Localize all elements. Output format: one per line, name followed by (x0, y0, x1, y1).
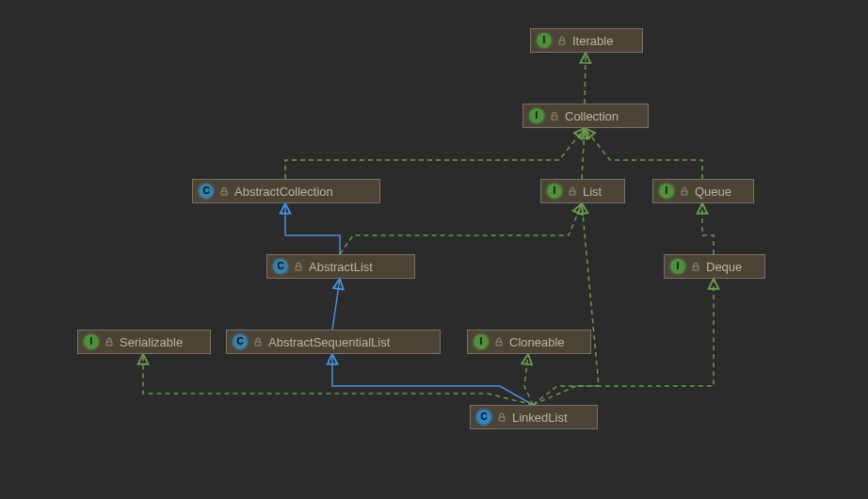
type-name: Iterable (572, 34, 613, 48)
type-name: Collection (565, 109, 619, 123)
edge-list-collection (582, 128, 585, 179)
interface-badge-icon: I (670, 259, 685, 274)
lock-icon (294, 262, 303, 271)
lock-icon (568, 186, 577, 196)
type-node-linkedlist[interactable]: CLinkedList (470, 405, 598, 429)
edge-abstractlist-list (340, 203, 582, 254)
type-name: AbstractSequentialList (268, 335, 390, 349)
edge-queue-collection (585, 128, 702, 179)
type-node-abstractcollection[interactable]: CAbstractCollection (192, 179, 380, 203)
type-name: Cloneable (509, 335, 565, 349)
type-node-queue[interactable]: IQueue (652, 179, 754, 203)
edges-layer (0, 0, 868, 499)
diagram-canvas: { "nodes": { "iterable": {"label":"Itera… (0, 0, 868, 499)
edge-linkedlist-serializable (143, 354, 533, 405)
type-node-abstractlist[interactable]: CAbstractList (266, 254, 415, 279)
type-name: Queue (695, 185, 731, 199)
type-name: AbstractCollection (234, 185, 333, 199)
lock-icon (691, 262, 700, 271)
abstract-class-badge-icon: C (199, 184, 214, 199)
class-badge-icon: C (476, 410, 491, 425)
interface-badge-icon: I (474, 334, 489, 349)
interface-badge-icon: I (547, 184, 562, 199)
lock-icon (219, 186, 229, 196)
type-name: List (583, 185, 602, 199)
type-node-collection[interactable]: ICollection (522, 104, 649, 128)
lock-icon (494, 337, 504, 346)
edge-deque-queue (702, 203, 714, 254)
interface-badge-icon: I (659, 184, 674, 199)
edge-linkedlist-abstractseqlist (332, 354, 533, 405)
type-node-deque[interactable]: IDeque (664, 254, 765, 279)
type-name: LinkedList (512, 410, 568, 425)
type-name: Deque (706, 260, 742, 274)
edge-abstractcollection-collection (285, 128, 585, 179)
lock-icon (550, 111, 559, 121)
lock-icon (253, 337, 263, 346)
type-node-serializable[interactable]: ISerializable (77, 330, 211, 354)
interface-badge-icon: I (537, 33, 552, 48)
edge-linkedlist-list (533, 203, 599, 405)
edge-linkedlist-cloneable (524, 354, 533, 405)
interface-badge-icon: I (84, 334, 99, 349)
lock-icon (557, 36, 567, 45)
type-name: Serializable (120, 335, 183, 349)
abstract-class-badge-icon: C (233, 334, 248, 349)
type-name: AbstractList (309, 260, 373, 274)
type-node-cloneable[interactable]: ICloneable (467, 330, 591, 354)
type-node-iterable[interactable]: IIterable (530, 28, 643, 53)
interface-badge-icon: I (529, 108, 544, 123)
lock-icon (680, 186, 689, 196)
type-node-list[interactable]: IList (540, 179, 625, 203)
type-node-abstractseqlist[interactable]: CAbstractSequentialList (226, 330, 441, 354)
edge-abstractseqlist-abstractlist (332, 279, 340, 330)
lock-icon (104, 337, 114, 346)
abstract-class-badge-icon: C (273, 259, 288, 274)
edge-abstractlist-abstractcollection (285, 203, 340, 254)
lock-icon (497, 412, 506, 422)
edge-collection-iterable (585, 53, 586, 104)
